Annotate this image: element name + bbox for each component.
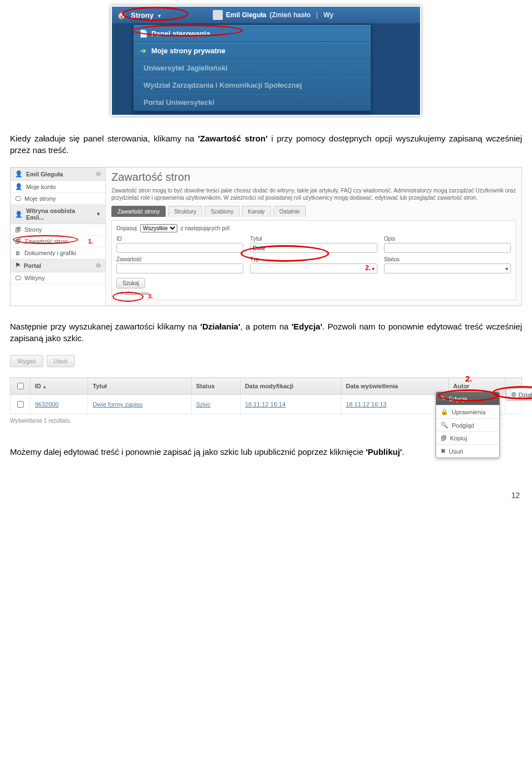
- menu-usun[interactable]: ✖Usuń: [436, 445, 499, 458]
- annotation-number-3: 3.: [148, 293, 153, 300]
- usun-button[interactable]: Usuń: [47, 355, 75, 367]
- edit-icon: ✎: [441, 395, 446, 402]
- sidebar-dokumenty[interactable]: 🗎Dokumenty i grafiki: [11, 247, 105, 259]
- icon: 🗐: [15, 226, 21, 233]
- sidebar-portal-group[interactable]: ⚑ Portal ⊖: [11, 259, 105, 272]
- sidebar-user-group[interactable]: 👤 Emil Gleguła ⊖: [11, 168, 105, 181]
- dd-label: Uniwersytet Jagielloński: [144, 64, 228, 72]
- row-checkbox[interactable]: [17, 401, 24, 408]
- dzialania-button[interactable]: ⚙ Działania: [506, 388, 532, 401]
- sidebar-moje-konto[interactable]: 👤Moje konto: [11, 181, 105, 193]
- cell-title[interactable]: Dwie formy zapisu: [88, 395, 191, 414]
- label: Moje konto: [26, 184, 56, 190]
- tab-struktury[interactable]: Struktury: [168, 206, 202, 217]
- screenshot-nav-dropdown: 🏠 Strony ▾ Emil Gleguła (Zmień hasło | W…: [111, 6, 421, 116]
- icon: 🖵: [15, 275, 21, 281]
- label-dopasuj: Dopasuj: [116, 225, 137, 231]
- screenshot-results-wrap: Wygaś Usuń ID▲ Tytuł Status Data modyfik…: [10, 355, 522, 424]
- label: Edycja: [449, 395, 467, 402]
- main-panel: Zawartość stron Zawartość stron mogą to …: [106, 168, 521, 306]
- dd-moje-strony[interactable]: ➔ Moje strony prywatne: [134, 42, 371, 59]
- select-typ[interactable]: ▾: [250, 263, 377, 273]
- separator: |: [316, 11, 318, 19]
- col-status[interactable]: Status: [191, 378, 240, 395]
- sidebar-witryny[interactable]: 🖵Witryny: [11, 272, 105, 284]
- page-title: Zawartość stron: [111, 171, 516, 184]
- page-number: 12: [10, 491, 522, 500]
- dd-uj[interactable]: Uniwersytet Jagielloński: [134, 59, 371, 77]
- label: Portal: [24, 262, 41, 269]
- chevron-down-icon[interactable]: ▼: [96, 211, 101, 217]
- menu-edycja[interactable]: ✎Edycja: [436, 392, 499, 405]
- text: , a potem na: [241, 322, 291, 331]
- dd-label: Wydział Zarządzania i Komunikacji Społec…: [144, 81, 302, 89]
- input-id[interactable]: [116, 243, 243, 253]
- chevron-down-icon: ▾: [158, 13, 161, 19]
- change-password-link[interactable]: (Zmień hasło: [269, 11, 310, 19]
- cell-disp[interactable]: 18.11.12 16:13: [341, 395, 449, 414]
- label: Działania: [519, 392, 532, 398]
- text: Kiedy załaduje się panel sterowania, kli…: [10, 134, 198, 143]
- col-tytul[interactable]: Tytuł: [88, 378, 191, 395]
- basic-link[interactable]: « Podstawowe: [116, 291, 511, 296]
- label-typ: Typ: [250, 256, 377, 262]
- copy-icon: 🗐: [441, 435, 447, 442]
- sidebar-witryna-group[interactable]: 👤 Witryna osobista Emil... ▼: [11, 205, 105, 224]
- collapse-icon[interactable]: ⊖: [96, 170, 101, 177]
- cell-id[interactable]: 9632000: [30, 395, 88, 414]
- select-wszystkie[interactable]: Wszystkie: [140, 224, 177, 232]
- icon: 👤: [15, 183, 23, 190]
- szukaj-button[interactable]: Szukaj: [116, 278, 145, 288]
- input-tytul[interactable]: [250, 243, 377, 253]
- icon: 🖵: [15, 195, 21, 202]
- bold-edycja: 'Edycja': [291, 322, 323, 331]
- menu-kopiuj[interactable]: 🗐Kopiuj: [436, 432, 499, 445]
- col-checkbox: [11, 378, 30, 395]
- input-zawartosc[interactable]: [116, 263, 243, 273]
- logout-fragment[interactable]: Wy: [324, 11, 334, 19]
- tab-szablony[interactable]: Szablony: [204, 206, 239, 217]
- actions-menu: ✎Edycja 🔒Uprawnienia 🔍Podgląd 🗐Kopiuj ✖U…: [436, 392, 500, 458]
- label: ID: [35, 383, 41, 389]
- arrow-icon: ➔: [139, 47, 147, 55]
- sidebar-strony[interactable]: 🗐Strony: [11, 224, 105, 236]
- col-id[interactable]: ID▲: [30, 378, 88, 395]
- col-mod[interactable]: Data modyfikacji: [240, 378, 341, 395]
- label-suffix: z następujących pól:: [181, 225, 231, 231]
- select-all-checkbox[interactable]: [17, 383, 24, 389]
- tab-zawartosc-strony[interactable]: Zawartość strony: [111, 206, 166, 217]
- user-name: Emil Gleguła: [226, 11, 267, 19]
- menu-uprawnienia[interactable]: 🔒Uprawnienia: [436, 405, 499, 419]
- user-icon: 👤: [15, 211, 23, 218]
- icon: 🗎: [15, 250, 21, 256]
- dd-label: Moje strony prywatne: [151, 47, 226, 55]
- user-block: Emil Gleguła (Zmień hasło | Wy: [213, 10, 334, 20]
- dd-portal[interactable]: Portal Uniwersytecki: [134, 94, 371, 111]
- wygas-button[interactable]: Wygaś: [10, 355, 43, 367]
- bold-publikuj: 'Publikuj': [366, 447, 402, 456]
- gear-icon: ⚙: [511, 391, 516, 398]
- lock-icon: 🔒: [441, 408, 448, 415]
- annotation-number-1: 1.: [88, 238, 93, 245]
- input-opis[interactable]: [384, 243, 511, 253]
- dd-wydzial[interactable]: Wydział Zarządzania i Komunikacji Społec…: [134, 77, 371, 94]
- menu-podglad[interactable]: 🔍Podgląd: [436, 419, 499, 432]
- label: Witryna osobista Emil...: [26, 207, 93, 221]
- cell-status[interactable]: Szkic: [191, 395, 240, 414]
- col-disp[interactable]: Data wyświetlenia: [341, 378, 449, 395]
- label: Zawartość stron: [24, 238, 68, 245]
- label-zawartosc: Zawartość: [116, 256, 243, 262]
- sidebar-moje-strony[interactable]: 🖵Moje strony: [11, 193, 105, 205]
- home-icon[interactable]: 🏠: [116, 11, 126, 19]
- tab-kanaly[interactable]: Kanały: [242, 206, 271, 217]
- cell-mod[interactable]: 18.11.12 16:14: [240, 395, 341, 414]
- label: Dokumenty i grafiki: [24, 250, 76, 256]
- text: Następnie przy wyszukanej zawartości kli…: [10, 322, 200, 331]
- select-status[interactable]: ▾: [384, 263, 511, 273]
- tabs: Zawartość strony Struktury Szablony Kana…: [111, 206, 516, 217]
- dropdown-menu: 📄 Panel sterowania ➔ Moje strony prywatn…: [133, 24, 371, 111]
- tab-ostatnie[interactable]: Ostatnie: [273, 206, 306, 217]
- strony-dropdown[interactable]: Strony ▾: [127, 9, 168, 22]
- dd-panel-sterowania[interactable]: 📄 Panel sterowania: [134, 25, 371, 42]
- collapse-icon[interactable]: ⊖: [96, 262, 101, 269]
